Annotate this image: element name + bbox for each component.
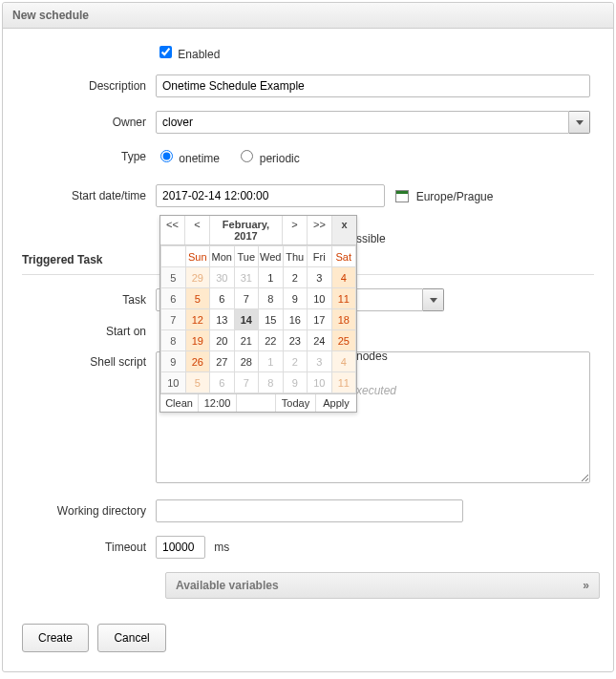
cal-day[interactable]: 30 <box>210 267 235 288</box>
calendar-grid: SunMonTueWedThuFriSat 529303112346567891… <box>160 245 356 393</box>
task-label: Task <box>22 293 156 307</box>
cal-day[interactable]: 29 <box>185 267 210 288</box>
cal-week-num: 6 <box>161 288 186 309</box>
cal-day[interactable]: 19 <box>185 330 210 351</box>
cal-day[interactable]: 3 <box>308 267 332 288</box>
cal-day[interactable]: 10 <box>308 372 332 393</box>
cal-day[interactable]: 3 <box>308 351 332 372</box>
cal-week-num: 7 <box>161 309 186 330</box>
cal-dow: Tue <box>234 246 259 267</box>
cancel-button[interactable]: Cancel <box>97 624 165 652</box>
fire-misfired-partial: ssible <box>356 232 386 245</box>
cal-day[interactable]: 9 <box>283 372 308 393</box>
cal-day[interactable]: 7 <box>234 372 259 393</box>
enabled-checkbox[interactable] <box>159 46 172 58</box>
cal-day[interactable]: 8 <box>259 288 284 309</box>
cal-day[interactable]: 10 <box>308 288 332 309</box>
cal-day[interactable]: 2 <box>283 351 308 372</box>
available-variables-bar[interactable]: Available variables » <box>165 572 600 599</box>
owner-input[interactable] <box>156 111 569 134</box>
cal-day[interactable]: 4 <box>331 267 356 288</box>
cal-day[interactable]: 13 <box>210 309 235 330</box>
description-label: Description <box>22 79 156 93</box>
cal-dow: Sat <box>331 246 356 267</box>
calendar-icon[interactable] <box>395 190 409 202</box>
cal-day[interactable]: 11 <box>331 288 356 309</box>
timezone-text: Europe/Prague <box>416 190 494 203</box>
cal-day[interactable]: 21 <box>234 330 259 351</box>
available-variables-label: Available variables <box>176 579 279 592</box>
cal-week-num: 5 <box>161 267 186 288</box>
type-onetime-radio[interactable] <box>160 150 173 162</box>
cal-time-field[interactable]: 12:00 <box>199 394 237 412</box>
cal-day[interactable]: 8 <box>259 372 284 393</box>
cal-day[interactable]: 1 <box>259 267 284 288</box>
cal-day[interactable]: 4 <box>331 351 356 372</box>
cal-dow: Thu <box>283 246 308 267</box>
cal-nav-next[interactable]: > <box>283 216 308 244</box>
type-periodic-option[interactable]: periodic <box>236 152 299 165</box>
enabled-checkbox-wrap[interactable]: Enabled <box>156 48 220 61</box>
cal-day[interactable]: 5 <box>185 288 210 309</box>
cal-day[interactable]: 12 <box>185 309 210 330</box>
cal-day[interactable]: 1 <box>259 351 284 372</box>
cal-dow: Wed <box>259 246 284 267</box>
cal-day[interactable]: 15 <box>259 309 284 330</box>
cal-today-button[interactable]: Today <box>276 394 316 412</box>
cal-day[interactable]: 20 <box>210 330 235 351</box>
type-onetime-option[interactable]: onetime <box>156 152 223 165</box>
task-dropdown-button[interactable] <box>423 288 444 311</box>
cal-day[interactable]: 7 <box>234 288 259 309</box>
shell-script-placeholder-partial: xecuted <box>356 384 396 397</box>
cal-day[interactable]: 25 <box>331 330 356 351</box>
working-dir-label: Working directory <box>22 504 156 518</box>
start-date-input[interactable] <box>156 184 385 207</box>
cal-month-label[interactable]: February, 2017 <box>210 216 283 244</box>
cal-day[interactable]: 6 <box>210 288 235 309</box>
cal-day[interactable]: 11 <box>331 372 356 393</box>
cal-day[interactable]: 6 <box>210 372 235 393</box>
cal-nav-prev[interactable]: < <box>185 216 210 244</box>
chevron-right-icon: » <box>583 579 589 592</box>
cal-day[interactable]: 27 <box>210 351 235 372</box>
cal-dow: Sun <box>185 246 210 267</box>
cal-day[interactable]: 23 <box>283 330 308 351</box>
cal-day[interactable]: 22 <box>259 330 284 351</box>
working-dir-input[interactable] <box>156 499 463 522</box>
cal-day[interactable]: 17 <box>308 309 332 330</box>
cal-day[interactable]: 24 <box>308 330 332 351</box>
cal-week-num: 9 <box>161 351 186 372</box>
type-periodic-radio[interactable] <box>241 150 253 162</box>
shell-script-label: Shell script <box>22 351 156 369</box>
start-date-label: Start date/time <box>22 189 156 202</box>
cal-clean-button[interactable]: Clean <box>160 394 199 412</box>
timeout-input[interactable] <box>156 536 205 559</box>
cal-dow: Fri <box>308 246 332 267</box>
start-on-label: Start on <box>22 325 156 338</box>
cal-dow: Mon <box>210 246 235 267</box>
timeout-label: Timeout <box>22 541 156 554</box>
cal-nav-last[interactable]: >> <box>308 216 332 244</box>
type-label: Type <box>22 150 156 163</box>
owner-label: Owner <box>22 116 156 129</box>
cal-day[interactable]: 5 <box>185 372 210 393</box>
cal-day[interactable]: 14 <box>234 309 259 330</box>
cal-week-num: 10 <box>161 372 186 393</box>
panel-title: New schedule <box>3 3 613 29</box>
enabled-label: Enabled <box>178 48 220 61</box>
owner-dropdown-button[interactable] <box>569 111 590 134</box>
cal-day[interactable]: 9 <box>283 288 308 309</box>
cal-day[interactable]: 18 <box>331 309 356 330</box>
description-input[interactable] <box>156 74 590 97</box>
cal-day[interactable]: 31 <box>234 267 259 288</box>
cal-apply-button[interactable]: Apply <box>316 394 356 412</box>
cal-day[interactable]: 16 <box>283 309 308 330</box>
cal-day[interactable]: 28 <box>234 351 259 372</box>
create-button[interactable]: Create <box>22 624 89 652</box>
cal-day[interactable]: 2 <box>283 267 308 288</box>
cal-nav-first[interactable]: << <box>160 216 185 244</box>
date-picker: << < February, 2017 > >> x SunMonTueWedT… <box>159 215 357 413</box>
cal-day[interactable]: 26 <box>185 351 210 372</box>
timeout-unit: ms <box>214 541 229 554</box>
cal-close-button[interactable]: x <box>332 216 356 244</box>
